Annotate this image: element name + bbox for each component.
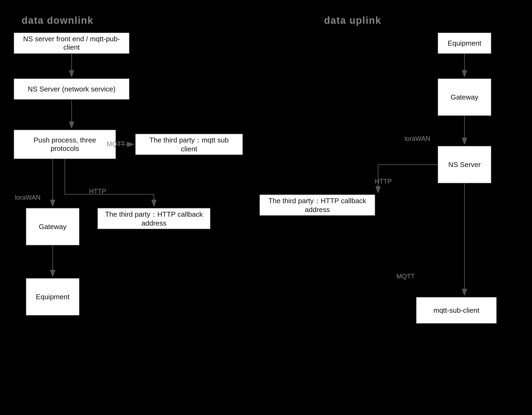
- gateway-up-box: Gateway: [437, 78, 491, 116]
- mqtt-sub-client-up-box: mqtt-sub-client: [416, 297, 497, 324]
- mqtt-label-down: MQTT: [107, 140, 125, 148]
- http-label-down: HTTP: [89, 188, 106, 195]
- mqtt-label-up: MQTT: [396, 273, 415, 280]
- ns-server-up-box: NS Server: [437, 146, 491, 183]
- lorawan-label-up: loraWAN: [405, 135, 430, 142]
- http-callback-down-box: The third party：HTTP callback address: [97, 208, 211, 229]
- gateway-down-box: Gateway: [26, 208, 80, 246]
- http-callback-up-box: The third party：HTTP callback address: [259, 194, 375, 216]
- push-process-box: Push process, three protocols: [14, 130, 116, 159]
- ns-frontend-box: NS server front end / mqtt-pub-client: [14, 32, 130, 54]
- equipment-down-box: Equipment: [26, 278, 80, 316]
- uplink-title: data uplink: [324, 15, 381, 26]
- lorawan-label-down: loraWAN: [15, 194, 41, 201]
- http-label-up: HTTP: [375, 178, 392, 185]
- ns-server-down-box: NS Server (network service): [14, 78, 130, 100]
- mqtt-sub-client-down-box: The third party：mqtt sub client: [135, 134, 243, 155]
- equipment-up-box: Equipment: [437, 32, 491, 54]
- downlink-title: data downlink: [22, 15, 93, 26]
